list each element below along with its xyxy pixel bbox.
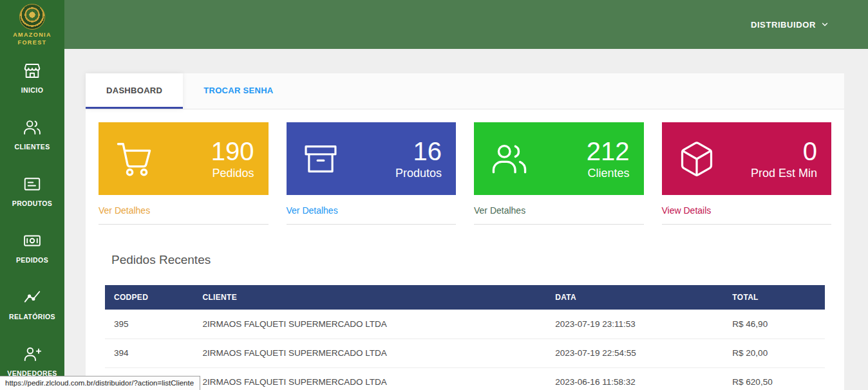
user-plus-icon bbox=[23, 344, 42, 364]
stat-card-clientes: 212 Clientes bbox=[474, 122, 644, 195]
amazonia-forest-logo-emblem bbox=[19, 4, 45, 30]
cell-data: 2023-07-19 22:54:55 bbox=[546, 339, 723, 367]
archive-box-icon bbox=[302, 140, 339, 178]
sidebar-item-label: RELATÓRIOS bbox=[9, 313, 55, 320]
content-card: DASHBOARD TROCAR SENHA 190 Pedidos bbox=[86, 73, 844, 390]
ver-detalhes-link-produtos[interactable]: Ver Detalhes bbox=[287, 205, 457, 225]
stat-label: Prod Est Min bbox=[751, 167, 817, 180]
cell-cliente: 2IRMAOS FALQUETI SUPERMERCADO LTDA bbox=[194, 367, 547, 390]
stat-value: 212 bbox=[587, 138, 630, 165]
stat-nums: 16 Produtos bbox=[395, 138, 442, 180]
line-chart-icon bbox=[23, 288, 42, 307]
stat-value: 190 bbox=[211, 138, 254, 165]
logo-text: AMAZONIA FOREST bbox=[13, 32, 52, 46]
cell-codped: 394 bbox=[105, 339, 194, 367]
stat-label: Produtos bbox=[395, 167, 442, 180]
sidebar-item-label: CLIENTES bbox=[14, 143, 50, 151]
chevron-down-icon bbox=[820, 20, 829, 29]
recent-orders-table: CODPED CLIENTE DATA TOTAL 395 2IRMAOS FA… bbox=[105, 285, 825, 390]
stat-nums: 212 Clientes bbox=[587, 138, 630, 180]
stat-card-prod-est-min: 0 Prod Est Min bbox=[662, 122, 832, 195]
stat-label: Clientes bbox=[587, 167, 630, 180]
stat-block-pedidos: 190 Pedidos Ver Detalhes bbox=[99, 122, 269, 225]
sidebar-item-clientes[interactable]: CLIENTES bbox=[0, 106, 64, 162]
cell-cliente: 2IRMAOS FALQUETI SUPERMERCADO LTDA bbox=[194, 339, 547, 367]
users-icon bbox=[489, 139, 529, 179]
money-icon bbox=[23, 231, 42, 250]
recent-orders-title: Pedidos Recentes bbox=[111, 253, 831, 267]
stat-card-produtos: 16 Produtos bbox=[287, 122, 457, 195]
column-header-cliente: CLIENTE bbox=[194, 285, 547, 310]
cell-cliente: 2IRMAOS FALQUETI SUPERMERCADO LTDA bbox=[194, 310, 547, 339]
cell-total: R$ 620,50 bbox=[723, 367, 825, 390]
sidebar-item-relatorios[interactable]: RELATÓRIOS bbox=[0, 275, 64, 332]
tab-dashboard[interactable]: DASHBOARD bbox=[86, 73, 183, 109]
store-icon bbox=[23, 61, 42, 80]
sidebar: AMAZONIA FOREST INICIO C bbox=[0, 0, 64, 390]
logo: AMAZONIA FOREST bbox=[0, 0, 64, 49]
tab-bar: DASHBOARD TROCAR SENHA bbox=[86, 73, 844, 109]
status-bar-url: https://pedir.zlcloud.com.br/distribuido… bbox=[0, 376, 200, 390]
cell-codped: 395 bbox=[105, 310, 194, 339]
logo-line2: FOREST bbox=[13, 39, 52, 47]
app-root: AMAZONIA FOREST INICIO C bbox=[0, 0, 868, 390]
cell-data: 2023-06-16 11:58:32 bbox=[546, 367, 723, 390]
stat-nums: 190 Pedidos bbox=[211, 138, 254, 180]
product-card-icon bbox=[23, 174, 42, 194]
cell-data: 2023-07-19 23:11:53 bbox=[546, 310, 723, 339]
table-header-row: CODPED CLIENTE DATA TOTAL bbox=[105, 285, 825, 310]
cell-total: R$ 46,90 bbox=[723, 310, 825, 339]
sidebar-item-label: PEDIDOS bbox=[16, 256, 48, 264]
user-menu-label: DISTRIBUIDOR bbox=[751, 20, 816, 30]
column-header-codped: CODPED bbox=[105, 285, 194, 310]
stat-card-pedidos: 190 Pedidos bbox=[99, 122, 269, 195]
column-header-data: DATA bbox=[546, 285, 723, 310]
distribuidor-dropdown[interactable]: DISTRIBUIDOR bbox=[751, 20, 829, 30]
stat-label: Pedidos bbox=[211, 167, 254, 180]
stat-nums: 0 Prod Est Min bbox=[751, 138, 817, 180]
ver-detalhes-link-clientes[interactable]: Ver Detalhes bbox=[474, 205, 644, 225]
shopping-cart-icon bbox=[114, 139, 154, 179]
table-row: 2IRMAOS FALQUETI SUPERMERCADO LTDA 2023-… bbox=[105, 367, 825, 390]
sidebar-nav: INICIO CLIENTES PRODUTOS bbox=[0, 49, 64, 389]
column-header-total: TOTAL bbox=[723, 285, 825, 310]
sidebar-item-label: PRODUTOS bbox=[12, 200, 53, 207]
top-bar: DISTRIBUIDOR bbox=[64, 0, 868, 49]
sidebar-item-produtos[interactable]: PRODUTOS bbox=[0, 162, 64, 219]
stat-block-prod-est-min: 0 Prod Est Min View Details bbox=[662, 122, 832, 225]
tab-trocar-senha[interactable]: TROCAR SENHA bbox=[183, 73, 294, 109]
cell-total: R$ 20,00 bbox=[723, 339, 825, 367]
sidebar-item-inicio[interactable]: INICIO bbox=[0, 49, 64, 106]
table-row: 395 2IRMAOS FALQUETI SUPERMERCADO LTDA 2… bbox=[105, 310, 825, 339]
cube-icon bbox=[677, 140, 716, 178]
sidebar-item-pedidos[interactable]: PEDIDOS bbox=[0, 219, 64, 275]
logo-line1: AMAZONIA bbox=[13, 32, 52, 39]
users-icon bbox=[23, 118, 42, 137]
stat-value: 16 bbox=[395, 138, 442, 165]
stat-value: 0 bbox=[751, 138, 817, 165]
table-row: 394 2IRMAOS FALQUETI SUPERMERCADO LTDA 2… bbox=[105, 339, 825, 367]
stat-block-clientes: 212 Clientes Ver Detalhes bbox=[474, 122, 644, 225]
main-content: DASHBOARD TROCAR SENHA 190 Pedidos bbox=[64, 49, 868, 390]
stat-block-produtos: 16 Produtos Ver Detalhes bbox=[287, 122, 457, 225]
ver-detalhes-link-pedidos[interactable]: Ver Detalhes bbox=[99, 205, 269, 225]
stats-row: 190 Pedidos Ver Detalhes bbox=[99, 122, 831, 225]
view-details-link-prod-est-min[interactable]: View Details bbox=[662, 205, 832, 225]
sidebar-item-label: INICIO bbox=[21, 86, 44, 94]
